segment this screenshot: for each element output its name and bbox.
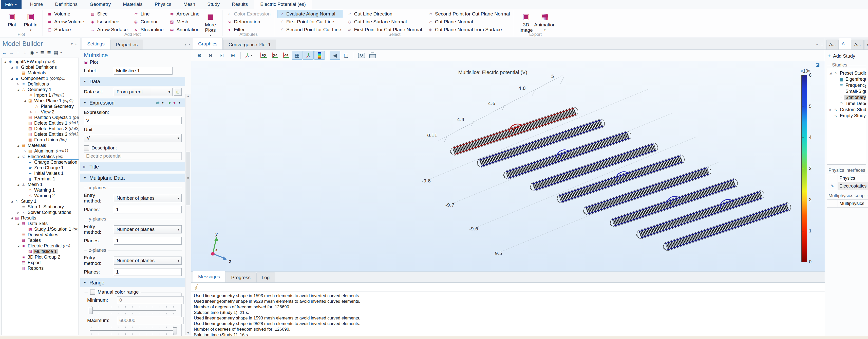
settings-scrollbar[interactable]: ▲ ▼: [185, 94, 191, 335]
tree-expander-icon[interactable]: [9, 200, 14, 203]
right-panel-tab[interactable]: A...: [827, 39, 839, 50]
color-maximum-slider[interactable]: [88, 326, 177, 335]
tree-item[interactable]: ⊕ Global Definitions: [2, 64, 79, 70]
pin-icon[interactable]: ▪: [74, 42, 78, 46]
y-planes-input[interactable]: [114, 237, 182, 245]
panel-menu-icon[interactable]: ▾: [183, 43, 187, 47]
tree-item[interactable]: ▥ Delete Entities 2 (del2): [2, 126, 79, 132]
go-to-default-view-icon[interactable]: ▾: [243, 51, 254, 60]
ribbon-tab[interactable]: Results: [226, 0, 254, 9]
chevron-down-icon[interactable]: ▾: [179, 101, 182, 105]
unit-dropdown[interactable]: V: [84, 134, 182, 142]
tree-expander-icon[interactable]: [16, 144, 21, 147]
graphics-tab[interactable]: Graphics: [193, 38, 223, 50]
tree-item[interactable]: ▥ Reports: [2, 265, 79, 271]
3d-multislice-plot[interactable]: -9.8-9.7-9.6-9.50.114.44.64.85yzx: [191, 61, 825, 272]
tree-item[interactable]: ↯ Electrostatics (es): [2, 154, 79, 159]
study-item[interactable]: ◠ Time Dependent: [827, 101, 866, 107]
section-expression[interactable]: ▼ Expression ⇄ ▾ ►◄ ▾: [80, 98, 185, 107]
move-down-icon[interactable]: ↓: [22, 50, 28, 56]
tree-item[interactable]: ⋱ Solver Configurations: [2, 209, 79, 215]
right-panel-tab[interactable]: A...: [839, 38, 851, 50]
tree-expander-icon[interactable]: [16, 222, 21, 225]
tree-item[interactable]: ▤ Results: [2, 215, 79, 221]
graphics-canvas[interactable]: -9.8-9.7-9.6-9.50.114.44.64.85yzx Multis…: [191, 61, 825, 272]
study-item[interactable]: ∿ Custom Studies: [827, 107, 866, 113]
scrollbar-thumb[interactable]: [186, 152, 190, 205]
move-up-icon[interactable]: ↑: [15, 50, 22, 56]
ribbon-item[interactable]: ▨ Mesh: [167, 18, 201, 26]
tree-item[interactable]: ▦ Materials: [2, 143, 79, 148]
ribbon-tab[interactable]: Electric Potential (es): [254, 0, 312, 9]
tree-item[interactable]: △ Geometry 1: [2, 87, 79, 92]
show-axis-orientation-icon[interactable]: [303, 51, 314, 60]
tree-item[interactable]: ▦ Materials: [2, 70, 79, 76]
tree-item[interactable]: ⚠ Warning 1: [2, 187, 79, 193]
section-range[interactable]: ▼ Range: [80, 278, 185, 287]
ribbon-item[interactable]: ↗ Cut Line Direction: [345, 10, 424, 18]
graphics-tab[interactable]: Convergence Plot 1: [223, 39, 276, 50]
tree-item[interactable]: ▰ Zero Charge 1: [2, 165, 79, 171]
study-item[interactable]: ≈ Small-Signal Analysis: [827, 88, 866, 94]
right-panel-tab[interactable]: A...: [864, 39, 868, 50]
tree-item[interactable]: ≣ Derived Values: [2, 232, 79, 237]
x-planes-input[interactable]: [114, 206, 182, 214]
file-menu-button[interactable]: File ▼: [1, 0, 22, 9]
z-planes-input[interactable]: [114, 268, 182, 276]
tree-expander-icon[interactable]: [29, 111, 34, 113]
slider-handle[interactable]: [173, 327, 177, 334]
ribbon-tab[interactable]: Definitions: [49, 0, 84, 9]
tree-expander-icon[interactable]: [16, 245, 21, 247]
tree-expander-icon[interactable]: [23, 150, 27, 152]
ribbon-item[interactable]: ⇉ Arrow Volume: [45, 18, 86, 26]
label-input[interactable]: [114, 67, 173, 75]
x-entry-method-dropdown[interactable]: Number of planes: [114, 194, 182, 202]
messages-tab[interactable]: Messages: [193, 271, 225, 282]
transparency-icon[interactable]: ▢: [341, 51, 351, 60]
clear-messages-broom-icon[interactable]: [194, 284, 199, 290]
node-text-icon[interactable]: ▤: [53, 50, 59, 56]
expand-all-icon[interactable]: ≣: [39, 50, 45, 56]
ribbon-item[interactable]: ∕ First Point for Cut Line: [277, 18, 343, 26]
ribbon-item[interactable]: ↗ Cut Plane Normal: [426, 18, 512, 26]
plot-update-icon[interactable]: ◪: [815, 62, 819, 67]
tree-expander-icon[interactable]: [9, 217, 14, 220]
tree-item[interactable]: ▥ Delete Entities 1 (del1): [2, 120, 79, 126]
tree-item[interactable]: ▣ Form Union (fin): [2, 137, 79, 143]
ribbon-item[interactable]: ▱ Second Point for Cut Plane Normal: [426, 10, 512, 18]
show-grid-icon[interactable]: ▦: [292, 51, 303, 60]
ribbon-item[interactable]: ▱ Line: [132, 10, 165, 18]
tree-item[interactable]: ■ 3D Plot Group 2: [2, 254, 79, 260]
ribbon-item[interactable]: ◈ Isosurface: [88, 18, 129, 26]
section-title[interactable]: ▷ Title: [80, 162, 185, 171]
tree-expander-icon[interactable]: [16, 183, 21, 186]
tree-item[interactable]: ◭ Mesh 1: [2, 182, 79, 187]
new-dataset-button[interactable]: ⊞: [174, 88, 182, 96]
ribbon-tab[interactable]: Home: [24, 0, 49, 9]
tree-item[interactable]: ▤ Export: [2, 260, 79, 265]
tree-item[interactable]: ▦ Tables: [2, 237, 79, 243]
tree-expander-icon[interactable]: [16, 211, 21, 214]
data-set-dropdown[interactable]: From parent: [114, 88, 173, 96]
tree-item[interactable]: ■ Component 1 (comp1): [2, 76, 79, 81]
ribbon-item[interactable]: ⇉ Arrow Line: [167, 10, 201, 18]
tree-item[interactable]: △ Plane Geometry: [2, 104, 79, 109]
ribbon-tab[interactable]: Materials: [117, 0, 149, 9]
ribbon-tab[interactable]: Mesh: [177, 0, 201, 9]
slider-handle[interactable]: [89, 307, 93, 314]
study-item[interactable]: ▆ Eigenfrequency: [827, 76, 866, 82]
tree-item[interactable]: ◆ rightNEW.mph (root): [2, 59, 79, 64]
tree-item[interactable]: ▦ Data Sets: [2, 221, 79, 226]
tree-item[interactable]: ▨ Multislice 1: [2, 249, 79, 254]
ribbon-item[interactable]: ◎ Contour: [132, 18, 165, 26]
view-yz-button[interactable]: yz: [270, 51, 280, 60]
tree-expander-icon[interactable]: [828, 108, 833, 111]
right-panel-tab[interactable]: A...: [851, 39, 864, 50]
show-options-icon[interactable]: ◉: [28, 50, 35, 56]
ribbon-item[interactable]: ◇ Cut Line Surface Normal: [345, 18, 424, 26]
scene-light-icon[interactable]: ◀: [330, 51, 340, 60]
view-xy-button[interactable]: xy: [258, 51, 269, 60]
insert-expression-icon[interactable]: ►◄: [168, 101, 176, 105]
messages-tab[interactable]: Progress: [226, 273, 256, 282]
zoom-in-icon[interactable]: ⊕: [194, 51, 205, 60]
